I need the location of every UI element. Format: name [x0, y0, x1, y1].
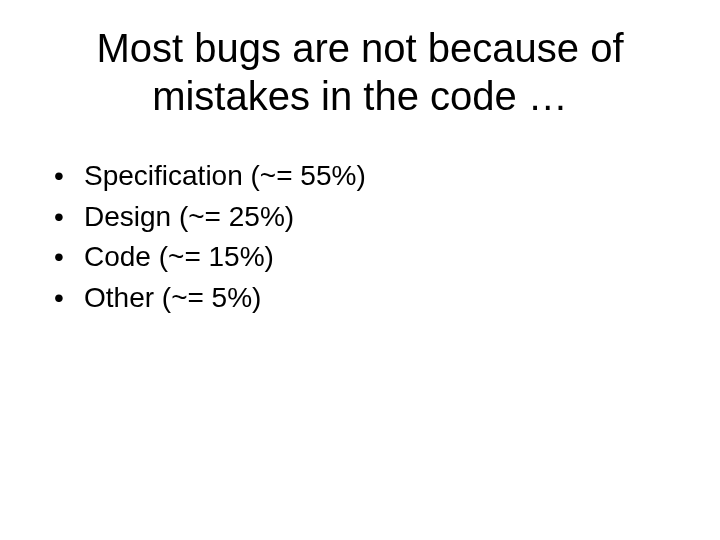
bullet-text: Design (~= 25%): [84, 197, 294, 238]
bullet-icon: •: [54, 197, 84, 238]
bullet-text: Code (~= 15%): [84, 237, 274, 278]
list-item: • Other (~= 5%): [54, 278, 672, 319]
list-item: • Code (~= 15%): [54, 237, 672, 278]
bullet-list: • Specification (~= 55%) • Design (~= 25…: [48, 156, 672, 318]
slide-title: Most bugs are not because of mistakes in…: [48, 24, 672, 120]
slide: Most bugs are not because of mistakes in…: [0, 0, 720, 540]
bullet-text: Specification (~= 55%): [84, 156, 366, 197]
list-item: • Specification (~= 55%): [54, 156, 672, 197]
bullet-text: Other (~= 5%): [84, 278, 261, 319]
list-item: • Design (~= 25%): [54, 197, 672, 238]
bullet-icon: •: [54, 278, 84, 319]
bullet-icon: •: [54, 156, 84, 197]
bullet-icon: •: [54, 237, 84, 278]
